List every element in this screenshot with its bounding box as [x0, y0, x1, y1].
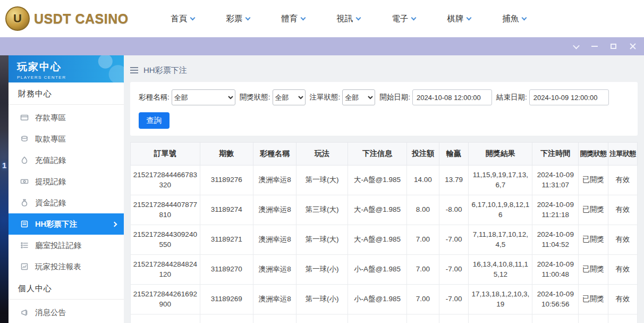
filter-panel: 彩種名稱: 全部 開獎狀態: 全部 注單狀態: 全部: [130, 82, 638, 136]
chevron-down-icon: [356, 15, 361, 20]
brand-logo[interactable]: U USDT CASINO: [5, 6, 129, 31]
filter-label: 結束日期:: [496, 93, 527, 102]
start-date-input[interactable]: [412, 89, 492, 105]
sidebar-item-label: HH彩票下注: [35, 219, 77, 229]
col-draw-result: 開獎結果: [469, 143, 532, 165]
hamburger-menu-icon[interactable]: [130, 67, 138, 73]
col-bet-amount: 投注額: [406, 143, 439, 165]
list-bullets-icon: [20, 241, 29, 250]
search-button[interactable]: 查詢: [139, 112, 170, 129]
filter-order-status: 注單狀態: 全部: [310, 89, 376, 105]
nav-item-lottery[interactable]: 彩票: [210, 13, 266, 24]
filter-label: 開獎狀態:: [240, 93, 270, 102]
nav-label: 彩票: [226, 13, 242, 24]
bets-table-card: 訂單號 期數 彩種名稱 玩法 下注信息 投注額 輸贏 開獎結果 下注時間 開獎狀…: [130, 142, 638, 323]
col-bet-time: 下注時間: [532, 143, 579, 165]
cell-lottery: 澳洲幸运8: [253, 165, 296, 195]
sidebar-item-withdraw[interactable]: 取款專區: [9, 128, 124, 150]
sidebar-item-announcements[interactable]: 消息公告: [9, 302, 124, 323]
sidebar-item-label: 資金記錄: [35, 198, 66, 208]
cell-order-id: 2152172844284824120: [131, 255, 200, 285]
cell-bet-amount: 14.00: [406, 165, 439, 195]
sidebar-item-recharge-records[interactable]: 充值記錄: [9, 150, 124, 171]
cell-lottery: 澳洲幸运8: [253, 285, 296, 314]
nav-label: 體育: [281, 13, 298, 24]
cell-lottery: 澳洲幸运8: [253, 195, 296, 225]
sidebar-item-hh-lottery-bets[interactable]: HH彩票下注: [9, 213, 124, 235]
cell-bet-time: 2024-10-09 11:00:48: [532, 255, 579, 285]
table-row: 2152172844309240550 31189271 澳洲幸运8 第一球(大…: [131, 225, 638, 255]
cell-bet-info: 小-A盤@1.985: [348, 285, 407, 314]
lottery-name-select[interactable]: 全部: [172, 89, 235, 105]
cell-bet-info: 小-A盤@1.985: [348, 255, 407, 285]
cell-draw-status: 已開獎: [579, 195, 608, 225]
deposit-card-icon: [20, 113, 29, 122]
order-status-select[interactable]: 全部: [342, 89, 375, 105]
nav-item-sports[interactable]: 體育: [266, 13, 321, 24]
report-chart-icon: [20, 262, 29, 271]
table-row: 2152172844466783320 31189276 澳洲幸运8 第一球(大…: [131, 165, 638, 195]
sidebar-item-label: 廳室投註記錄: [35, 241, 81, 251]
sidebar-item-label: 存款專區: [35, 113, 66, 123]
cell-play: 第三球(大): [296, 195, 348, 225]
close-icon[interactable]: [629, 43, 637, 50]
chevron-down-icon: [522, 15, 527, 20]
cell-play: 第一球(大): [296, 165, 348, 195]
chevron-down-icon: [190, 15, 196, 20]
cell-draw-status: 已開獎: [579, 165, 608, 195]
col-period: 期數: [200, 143, 253, 165]
cell-order-id: 2152172844407877810: [131, 195, 200, 225]
usdt-casino-logo-icon: U: [5, 6, 30, 31]
logo-letter: U: [13, 12, 22, 26]
cell-bet-info: 大-A盤@1.985: [348, 195, 407, 225]
filter-label: 開始日期:: [379, 93, 410, 102]
nav-item-fishing[interactable]: 捕魚: [487, 13, 542, 24]
breadcrumb: HH彩票下注: [130, 59, 638, 82]
filter-end-date: 結束日期:: [496, 89, 609, 105]
nav-item-live-video[interactable]: 視訊: [321, 13, 376, 24]
sidebar-item-label: 充值記錄: [35, 155, 66, 165]
chevron-down-icon: [245, 15, 251, 20]
cell-order-id: 2152172844466783320: [131, 165, 200, 195]
cell-bet-amount: 7.00: [406, 285, 439, 314]
sidebar-item-funds-records[interactable]: 資金記錄: [9, 192, 124, 213]
collapse-chevron-icon[interactable]: [574, 44, 579, 49]
sidebar-item-deposit[interactable]: 存款專區: [9, 107, 124, 128]
chevron-down-icon: [301, 15, 306, 20]
cell-period: 31189276: [200, 165, 253, 195]
background-strip: 1: [0, 55, 9, 323]
cell-order-status: 有效: [608, 195, 637, 225]
draw-status-select[interactable]: 全部: [273, 89, 306, 105]
cell-lottery: 澳洲幸运8: [253, 255, 296, 285]
cell-win-loss: -7.00: [439, 255, 468, 285]
nav-label: 首頁: [171, 13, 187, 24]
sidebar-item-withdrawal-records[interactable]: 提現記錄: [9, 171, 124, 192]
col-win-loss: 輸贏: [439, 143, 468, 165]
nav-label: 電子: [392, 13, 408, 24]
cell-play: 第一球(小): [296, 255, 348, 285]
maximize-icon[interactable]: [611, 44, 616, 49]
filter-label: 彩種名稱:: [139, 93, 170, 102]
cell-bet-amount: 8.00: [406, 195, 439, 225]
sidebar-item-label: 消息公告: [35, 308, 66, 318]
cell-draw-status: 已開獎: [579, 255, 608, 285]
top-navigation-bar: U USDT CASINO 首頁 彩票 體育 視訊 電子 棋牌 捕魚: [0, 0, 644, 37]
end-date-input[interactable]: [529, 89, 609, 105]
sidebar-item-label: 玩家投注報表: [35, 262, 81, 272]
window-titlebar: [0, 37, 644, 55]
minimize-icon[interactable]: [591, 46, 598, 47]
sidebar-item-player-bet-report[interactable]: 玩家投注報表: [9, 256, 124, 277]
content-area: HH彩票下注 彩種名稱: 全部 開獎狀態: 全部 注單狀態:: [124, 55, 644, 323]
table-row: 2152172844407877810 31189274 澳洲幸运8 第三球(大…: [131, 195, 638, 225]
cell-play: 第一球(大): [296, 225, 348, 255]
cell-bet-time: 2024-10-09 11:21:18: [532, 195, 579, 225]
nav-item-home[interactable]: 首頁: [155, 13, 210, 24]
col-bet-info: 下注信息: [348, 143, 407, 165]
table-row-partial: [131, 314, 638, 323]
cell-period: 31189270: [200, 255, 253, 285]
sidebar-item-hall-bet-records[interactable]: 廳室投註記錄: [9, 235, 124, 256]
nav-item-slots[interactable]: 電子: [376, 13, 431, 24]
nav-item-card-games[interactable]: 棋牌: [431, 13, 487, 24]
cell-order-status: 有效: [608, 165, 637, 195]
nav-label: 捕魚: [502, 13, 519, 24]
